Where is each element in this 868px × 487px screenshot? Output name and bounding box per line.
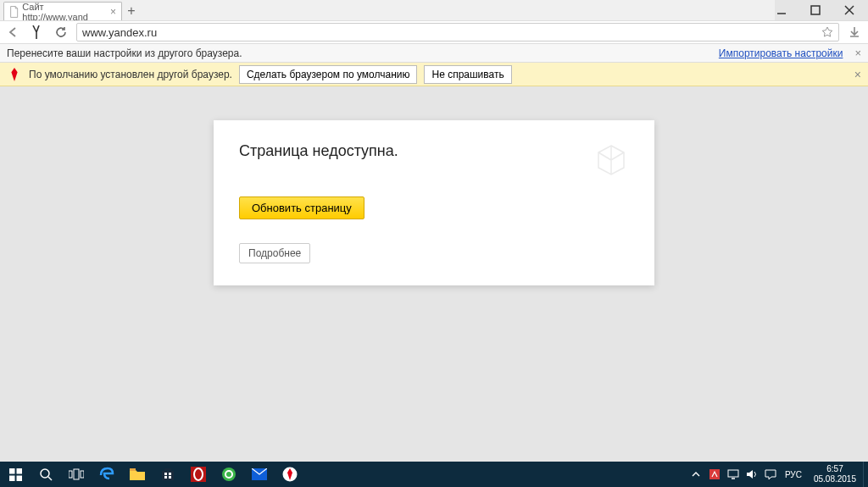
taskbar-left [0,462,305,487]
page-content: Страница недоступна. Обновить страницу П… [0,86,868,462]
svg-rect-15 [81,471,84,478]
close-info-bar-icon[interactable]: × [854,47,861,59]
yandex-logo-icon [7,67,22,82]
green-app-icon[interactable] [214,462,244,487]
svg-rect-9 [9,475,15,481]
bookmark-star-icon[interactable] [821,26,833,38]
tray-date: 05.08.2015 [814,474,856,484]
start-button[interactable] [0,462,31,487]
svg-rect-13 [69,471,72,478]
dont-ask-button[interactable]: Не спрашивать [424,65,511,84]
store-icon[interactable] [153,462,183,487]
default-browser-text: По умолчанию установлен другой браузер. [29,69,232,80]
tray-time: 6:57 [814,464,856,474]
task-view-icon[interactable] [61,462,92,487]
browser-tab[interactable]: Сайт http://www.yand × [3,2,122,20]
import-settings-link[interactable]: Импортировать настройки [719,47,843,59]
url-input[interactable] [82,26,816,39]
tray-security-icon[interactable] [705,462,724,487]
maximize-button[interactable] [805,0,826,20]
refresh-page-button[interactable]: Обновить страницу [239,196,364,219]
yandex-logo-icon[interactable] [29,24,46,41]
yandex-browser-icon[interactable] [275,462,305,487]
tray-action-center-icon[interactable] [761,462,780,487]
address-bar [0,20,868,44]
tray-network-icon[interactable] [724,462,743,487]
tray-language[interactable]: РУС [780,470,807,479]
show-desktop-button[interactable] [863,462,866,487]
edge-icon[interactable] [92,462,122,487]
svg-point-24 [222,468,236,481]
search-icon[interactable] [31,462,61,487]
svg-rect-10 [16,475,22,481]
new-tab-button[interactable]: + [122,2,141,20]
svg-rect-14 [74,469,79,479]
svg-rect-7 [9,468,15,474]
back-button[interactable] [5,24,22,41]
taskbar-right: РУС 6:57 05.08.2015 [687,462,868,487]
close-tab-icon[interactable]: × [110,6,116,18]
svg-rect-20 [164,476,167,479]
taskbar: РУС 6:57 05.08.2015 [0,462,868,487]
import-info-bar: Перенесите ваши настройки из другого бра… [0,44,868,63]
reload-button[interactable] [53,24,70,41]
svg-line-12 [48,477,52,480]
addr-right [846,24,863,41]
tab-title: Сайт http://www.yand [22,2,107,22]
page-icon [9,6,19,18]
yandex-cube-icon [593,142,629,178]
url-input-wrapper[interactable] [76,23,839,42]
svg-rect-17 [162,471,174,480]
error-title: Страница недоступна. [239,142,398,160]
set-default-button[interactable]: Сделать браузером по умолчанию [239,65,418,84]
svg-rect-19 [169,473,171,475]
close-window-button[interactable] [839,0,860,20]
svg-point-11 [41,469,49,478]
tray-volume-icon[interactable] [743,462,761,487]
svg-rect-16 [130,468,136,471]
svg-rect-29 [728,470,738,477]
tray-clock[interactable]: 6:57 05.08.2015 [807,464,863,484]
tab-bar: Сайт http://www.yand × + [0,0,775,20]
mail-icon[interactable] [244,462,275,487]
default-browser-bar: По умолчанию установлен другой браузер. … [0,63,868,86]
import-info-text: Перенесите ваши настройки из другого бра… [7,47,242,59]
file-explorer-icon[interactable] [122,462,153,487]
svg-rect-21 [169,476,171,479]
downloads-button[interactable] [846,24,863,41]
close-yellow-bar-icon[interactable]: × [854,68,861,81]
svg-rect-4 [811,6,820,14]
svg-rect-8 [16,468,22,474]
tray-chevron-up-icon[interactable] [687,462,705,487]
opera-icon[interactable] [183,462,214,487]
error-card: Страница недоступна. Обновить страницу П… [214,120,654,285]
svg-rect-18 [164,473,167,475]
more-details-button[interactable]: Подробнее [239,243,310,263]
